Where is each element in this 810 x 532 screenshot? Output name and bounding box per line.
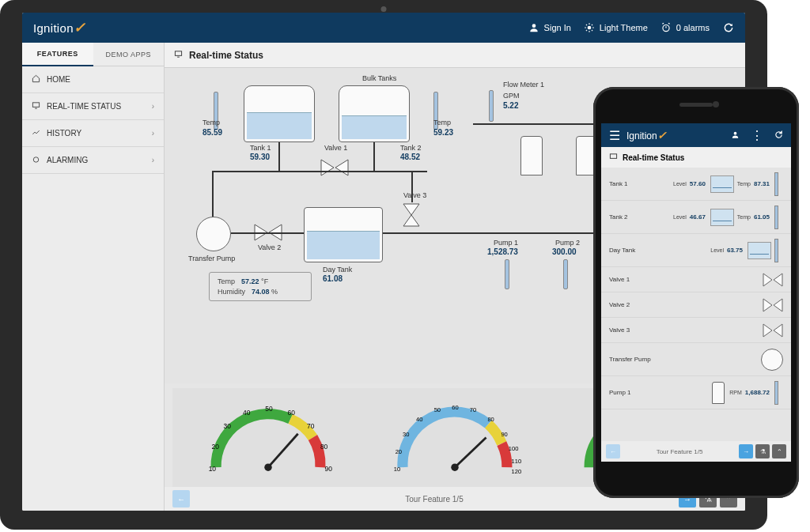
tab-features[interactable]: FEATURES [22,43,93,66]
phone-list: Tank 1 Level 57.60 Temp 87.31 Tank 2 Lev… [601,168,791,441]
sparkline-icon [710,209,734,226]
monitor-icon [32,101,40,111]
nav-realtime[interactable]: REAL-TIME STATUS › [22,93,164,120]
level-value: 63.75 [727,247,743,254]
nav-alarming[interactable]: ALARMING › [22,147,164,174]
thermometer-icon [489,90,494,122]
svg-point-0 [532,24,536,28]
day-tank [304,207,383,262]
svg-marker-54 [763,274,772,286]
svg-text:70: 70 [307,422,315,430]
svg-text:30: 30 [224,422,232,430]
theme-toggle[interactable]: Light Theme [584,22,648,34]
tour-prev-button[interactable]: ← [606,444,620,458]
gauge-2: 102030 405060 708090 100110120 [367,393,543,482]
list-item[interactable]: Day Tank Level 63.75 [601,234,791,267]
phone-page-title: Real-time Status [623,153,684,162]
alarms-button[interactable]: 0 alarms [660,22,710,34]
svg-marker-56 [763,299,772,311]
refresh-icon[interactable] [774,128,783,142]
svg-point-52 [734,132,737,135]
svg-rect-14 [32,103,39,108]
sidebar-tabs: FEATURES DEMO APPS [22,43,164,66]
svg-line-9 [592,25,592,25]
svg-marker-59 [774,324,782,337]
nav-home[interactable]: HOME [22,66,164,93]
tab-demo-apps[interactable]: DEMO APPS [93,43,165,66]
nav-label: HISTORY [47,129,81,138]
level-value: 57.60 [690,180,706,187]
svg-text:90: 90 [325,465,333,473]
sparkline-icon [748,242,771,259]
tank1-label: Tank 1 [250,144,271,152]
more-icon[interactable]: ⋮ [751,128,763,143]
svg-text:90: 90 [501,431,507,438]
page-title-bar: Real-time Status [165,43,745,68]
pump1-value: 1,528.73 [487,247,518,256]
list-item[interactable]: Valve 3 [601,318,791,343]
row-name: Transfer Pump [609,356,655,363]
tour-label: Tour Feature 1/5 [620,448,739,455]
sun-icon [584,22,596,34]
agitator-icon [712,382,725,404]
list-item[interactable]: Tank 1 Level 57.60 Temp 87.31 [601,168,791,201]
pipe [278,142,280,171]
thermometer-icon [774,172,778,196]
gauge-1: 102030 405060 708090 [180,393,356,482]
env-temp-value: 57.22 [241,277,259,285]
refresh-button[interactable] [722,22,734,34]
gpm-value: 5.22 [503,101,518,110]
row-name: Valve 2 [609,301,655,308]
tour-flask-button[interactable]: ⚗ [755,444,770,458]
svg-line-25 [268,434,298,467]
temp2-value: 59.23 [433,128,453,137]
alarms-label: 0 alarms [676,23,710,32]
list-item[interactable]: Transfer Pump [601,343,791,376]
chart-line-icon [32,128,40,138]
user-icon[interactable] [731,128,740,142]
level-label: Level [673,214,687,220]
pipe [212,171,427,172]
temp-value: 87.31 [754,180,770,187]
tour-collapse-button[interactable]: ⌃ [772,444,786,458]
svg-marker-55 [774,274,782,286]
day-tank-label: Day Tank [323,266,352,274]
menu-icon[interactable]: ☰ [609,128,620,143]
svg-marker-57 [774,299,782,311]
list-item[interactable]: Tank 2 Level 46.67 Temp 61.05 [601,201,791,234]
svg-text:40: 40 [243,409,251,417]
sparkline-icon [710,175,734,193]
sign-in-button[interactable]: Sign In [528,22,571,34]
phone-title-bar: Real-time Status [601,147,791,168]
svg-line-8 [586,30,587,31]
tour-prev-button[interactable]: ← [172,490,190,507]
tank2-value: 48.52 [400,153,420,161]
nav-history[interactable]: HISTORY › [22,120,164,147]
svg-marker-19 [321,160,334,175]
row-name: Valve 1 [609,276,655,283]
svg-line-6 [586,25,587,25]
list-item[interactable]: Pump 1 RPM 1,688.72 [601,376,791,409]
temp-label: Temp [202,119,220,126]
level-value: 46.67 [690,213,706,221]
svg-point-10 [663,25,669,32]
pipe [411,171,413,202]
brand-logo: Ignition✓ [33,19,85,36]
brand-mark-icon: ✓ [657,129,667,141]
svg-text:10: 10 [394,466,400,473]
level-label: Level [710,247,724,253]
alarm-clock-icon [660,22,672,34]
svg-text:100: 100 [509,445,519,452]
day-tank-value: 61.08 [323,274,343,283]
row-name: Day Tank [609,247,655,254]
svg-line-7 [592,30,592,31]
tour-next-button[interactable]: → [739,444,753,458]
list-item[interactable]: Valve 2 [601,292,791,318]
flow-meter-label: Flow Meter 1 [503,81,544,89]
brand-mark-icon: ✓ [74,20,85,36]
valve-icon [763,298,783,312]
level-label: Level [673,181,687,187]
list-item[interactable]: Valve 1 [601,267,791,292]
pump-icon [761,349,783,371]
chevron-right-icon: › [152,129,154,138]
